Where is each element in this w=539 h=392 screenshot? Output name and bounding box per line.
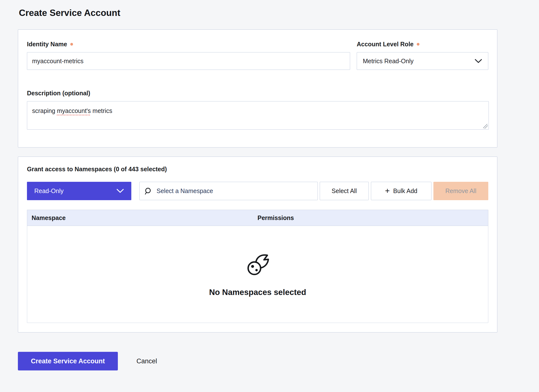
plus-icon: +	[385, 187, 390, 195]
create-service-account-button[interactable]: Create Service Account	[18, 352, 118, 370]
account-level-role-label-row: Account Level Role	[357, 40, 488, 48]
identity-name-input[interactable]	[27, 52, 350, 70]
required-dot-icon	[70, 43, 73, 46]
comet-icon	[246, 253, 269, 276]
description-label-row: Description (optional)	[27, 89, 488, 97]
permission-dropdown[interactable]: Read-Only	[27, 182, 131, 200]
identity-card: Identity Name Account Level Role Metrics…	[18, 29, 497, 147]
page-title: Create Service Account	[19, 7, 497, 19]
bulk-add-button[interactable]: + Bulk Add	[371, 182, 431, 200]
namespaces-card: Grant access to Namespaces (0 of 443 sel…	[18, 157, 497, 332]
description-label: Description (optional)	[27, 90, 90, 97]
description-misspelled-word: myaccount's	[57, 107, 91, 114]
description-text: scraping	[32, 107, 57, 114]
identity-name-label: Identity Name	[27, 41, 67, 48]
namespace-search-box[interactable]	[139, 182, 318, 200]
remove-all-button[interactable]: Remove All	[433, 182, 488, 200]
bulk-add-label: Bulk Add	[393, 187, 417, 195]
account-level-role-select[interactable]: Metrics Read-Only	[357, 52, 488, 70]
empty-state-message: No Namespaces selected	[209, 288, 306, 297]
required-dot-icon	[417, 43, 419, 46]
create-service-account-page: Create Service Account Identity Name Acc…	[0, 0, 497, 370]
namespace-search-input[interactable]	[156, 187, 313, 195]
account-level-role-value: Metrics Read-Only	[363, 58, 414, 65]
select-all-button[interactable]: Select All	[320, 182, 369, 200]
column-header-permissions: Permissions	[257, 214, 488, 221]
account-level-role-label: Account Level Role	[357, 41, 414, 48]
identity-name-label-row: Identity Name	[27, 40, 350, 48]
description-textarea[interactable]: scraping myaccount's metrics	[27, 101, 489, 130]
namespaces-section-title: Grant access to Namespaces (0 of 443 sel…	[27, 166, 488, 173]
textarea-resize-handle[interactable]	[483, 124, 488, 129]
namespaces-table-body: No Namespaces selected	[27, 226, 488, 323]
cancel-button[interactable]: Cancel	[135, 357, 159, 365]
chevron-down-icon	[116, 189, 124, 193]
namespaces-table: Namespace Permissions No Namespaces sele…	[27, 210, 488, 323]
chevron-down-icon	[475, 59, 482, 63]
description-text: metrics	[91, 107, 112, 114]
namespaces-toolbar: Read-Only Select All + Bulk Add Remove A…	[27, 182, 488, 200]
search-icon	[144, 187, 152, 195]
column-header-namespace: Namespace	[27, 214, 257, 221]
permission-dropdown-value: Read-Only	[34, 187, 64, 195]
footer-actions: Create Service Account Cancel	[18, 352, 497, 370]
namespaces-table-header: Namespace Permissions	[27, 210, 488, 226]
